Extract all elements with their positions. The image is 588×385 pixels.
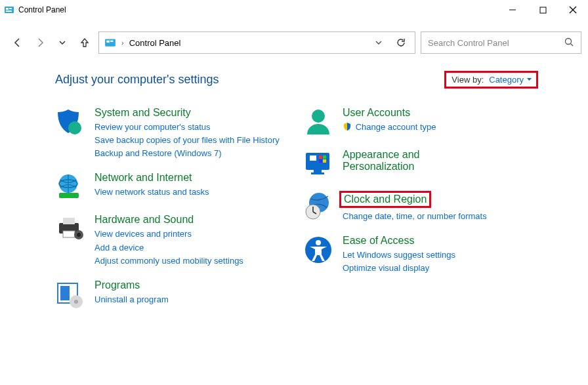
programs-icon xyxy=(55,279,85,310)
svg-rect-3 xyxy=(6,10,12,12)
printer-icon xyxy=(55,214,85,244)
category-title[interactable]: Network and Internet xyxy=(94,172,192,184)
category-title[interactable]: System and Security xyxy=(94,107,191,119)
svg-point-25 xyxy=(74,300,78,304)
category-clock-region: Clock and Region Change date, time, or n… xyxy=(303,191,538,223)
accessibility-icon xyxy=(303,235,333,265)
category-link[interactable]: Change date, time, or number formats xyxy=(343,210,487,223)
svg-rect-5 xyxy=(540,7,546,13)
category-link[interactable]: Review your computer's status xyxy=(94,121,280,134)
content-area: Adjust your computer's settings View by:… xyxy=(0,59,588,321)
maximize-button[interactable] xyxy=(528,0,558,20)
category-network-internet: Network and Internet View network status… xyxy=(55,172,290,202)
svg-point-21 xyxy=(77,233,81,237)
svg-point-13 xyxy=(68,121,81,134)
svg-line-12 xyxy=(571,43,574,46)
svg-rect-33 xyxy=(314,170,322,172)
svg-rect-32 xyxy=(323,159,326,163)
svg-rect-16 xyxy=(59,193,79,198)
category-system-security: System and Security Review your computer… xyxy=(55,107,290,160)
control-panel-icon xyxy=(4,5,14,15)
svg-point-11 xyxy=(566,38,572,44)
category-title[interactable]: Ease of Access xyxy=(343,235,414,247)
svg-point-26 xyxy=(312,110,325,123)
view-by-label: View by: xyxy=(452,75,484,85)
category-link[interactable]: View network status and tasks xyxy=(94,186,209,199)
titlebar: Control Panel xyxy=(0,0,588,20)
category-link[interactable]: Change account type xyxy=(343,121,436,134)
category-title[interactable]: Appearance and Personalization xyxy=(343,149,419,172)
category-link-text: Change account type xyxy=(356,122,436,132)
recent-locations-button[interactable] xyxy=(54,34,71,51)
close-button[interactable] xyxy=(558,0,588,20)
user-icon xyxy=(303,107,333,137)
monitor-icon xyxy=(303,149,333,179)
breadcrumb[interactable]: Control Panel xyxy=(129,38,181,48)
search-icon[interactable] xyxy=(564,37,574,49)
back-button[interactable] xyxy=(9,34,26,51)
window-title: Control Panel xyxy=(18,5,66,14)
dropdown-caret-icon xyxy=(526,75,532,85)
svg-rect-23 xyxy=(60,286,70,300)
category-title[interactable]: Clock and Region xyxy=(339,191,431,208)
category-link[interactable]: Let Windows suggest settings xyxy=(343,249,455,262)
category-title[interactable]: Hardware and Sound xyxy=(94,214,194,226)
category-hardware-sound: Hardware and Sound View devices and prin… xyxy=(55,214,290,267)
forward-button[interactable] xyxy=(32,34,49,51)
category-link[interactable]: Adjust commonly used mobility settings xyxy=(94,254,243,268)
svg-rect-10 xyxy=(110,41,114,42)
address-bar[interactable]: › Control Panel xyxy=(98,31,415,54)
category-title[interactable]: User Accounts xyxy=(343,107,410,119)
category-link[interactable]: Add a device xyxy=(94,241,243,254)
category-link[interactable]: Save backup copies of your files with Fi… xyxy=(94,134,280,147)
svg-point-40 xyxy=(316,240,321,245)
globe-network-icon xyxy=(55,172,85,202)
category-link[interactable]: View devices and printers xyxy=(94,228,243,241)
search-bar[interactable] xyxy=(421,31,581,54)
svg-rect-31 xyxy=(319,159,322,163)
minimize-button[interactable] xyxy=(497,0,528,20)
clock-globe-icon xyxy=(303,191,333,221)
up-button[interactable] xyxy=(76,34,93,51)
refresh-button[interactable] xyxy=(392,34,410,51)
svg-rect-30 xyxy=(323,155,326,159)
toolbar: › Control Panel xyxy=(0,26,588,59)
chevron-right-icon[interactable]: › xyxy=(121,39,124,47)
category-appearance: Appearance and Personalization xyxy=(303,149,538,179)
view-by-value: Category xyxy=(489,75,524,85)
svg-rect-34 xyxy=(311,172,324,174)
svg-rect-29 xyxy=(319,155,322,159)
category-link[interactable]: Optimize visual display xyxy=(343,262,455,275)
category-user-accounts: User Accounts Change account type xyxy=(303,107,538,137)
svg-rect-19 xyxy=(63,231,75,237)
category-link[interactable]: Uninstall a program xyxy=(94,293,169,306)
address-dropdown-button[interactable] xyxy=(370,34,387,51)
breadcrumb-icon xyxy=(104,37,116,49)
svg-rect-9 xyxy=(106,41,110,43)
category-ease-of-access: Ease of Access Let Windows suggest setti… xyxy=(303,235,538,275)
category-programs: Programs Uninstall a program xyxy=(55,279,290,310)
category-title[interactable]: Programs xyxy=(94,279,140,291)
page-heading: Adjust your computer's settings xyxy=(55,73,219,87)
svg-rect-2 xyxy=(9,8,12,9)
shield-icon xyxy=(55,107,85,137)
svg-rect-18 xyxy=(63,218,75,224)
svg-rect-28 xyxy=(310,155,316,161)
search-input[interactable] xyxy=(428,38,558,48)
view-by-control[interactable]: View by: Category xyxy=(444,71,538,89)
svg-rect-1 xyxy=(6,8,9,10)
category-link[interactable]: Backup and Restore (Windows 7) xyxy=(94,147,280,160)
uac-shield-icon xyxy=(343,122,352,131)
